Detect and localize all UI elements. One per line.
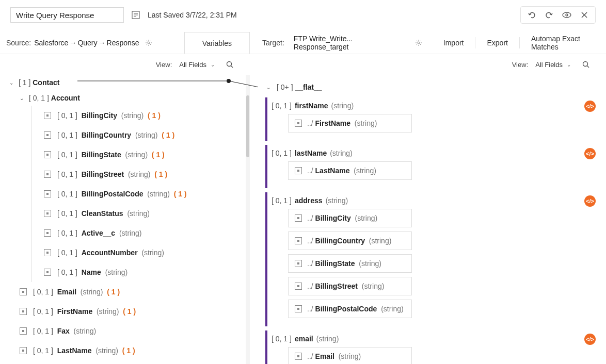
mapping-box[interactable]: ../ LastName (string) — [288, 161, 412, 180]
svg-line-13 — [587, 66, 589, 68]
preview-button[interactable] — [559, 8, 575, 22]
title-input[interactable] — [10, 7, 124, 23]
mapping-box[interactable]: ../ BillingStreet (string) — [288, 277, 412, 295]
automap-link[interactable]: Automap Exact Matches — [519, 37, 606, 48]
action-links: Import Export Automap Exact Matches — [432, 37, 606, 48]
script-icon[interactable]: </> — [584, 195, 596, 207]
field-icon — [20, 347, 27, 354]
source-field[interactable]: [ 0, 1 ] BillingState (string) ( 1 ) — [43, 145, 250, 164]
collapse-icon[interactable]: ⌄ — [8, 79, 14, 86]
redo-button[interactable] — [541, 8, 557, 22]
source-field[interactable]: [ 0, 1 ] Active__c (string) — [43, 223, 250, 243]
field-icon — [44, 190, 51, 197]
svg-point-10 — [227, 62, 232, 67]
import-link[interactable]: Import — [432, 37, 475, 48]
svg-point-4 — [563, 12, 571, 18]
mapping-box[interactable]: ../ BillingState (string) — [288, 254, 412, 273]
source-field[interactable]: [ 0, 1 ] Fax (string) — [19, 321, 250, 341]
target-field-header[interactable]: [ 0, 1 ] lastName (string) — [272, 149, 606, 157]
source-view-select[interactable]: All Fields⌄ — [179, 61, 215, 69]
field-icon — [44, 151, 51, 158]
svg-point-9 — [418, 42, 420, 44]
source-label: Source: — [6, 39, 31, 47]
field-icon — [295, 260, 302, 267]
undo-button[interactable] — [524, 8, 539, 22]
collapse-icon[interactable]: ⌄ — [19, 95, 25, 101]
source-field[interactable]: [ 0, 1 ] AccountNumber (string) — [43, 243, 250, 262]
tab-variables[interactable]: Variables — [184, 32, 250, 54]
tree-node-contact[interactable]: ⌄ [ 1 ] Contact — [8, 75, 250, 90]
source-header: Source: Salesforce→Query→Response Variab… — [0, 32, 250, 54]
header-bar: Last Saved 3/7/22, 2:31 PM — [0, 0, 606, 32]
target-field-header[interactable]: [ 0, 1 ] email (string) — [272, 335, 606, 343]
target-header: Target: FTP Write_Write... Response_targ… — [250, 32, 606, 54]
source-path: Salesforce→Query→Response — [34, 39, 139, 47]
target-group: [ 0, 1 ] lastName (string)</>../ LastNam… — [265, 145, 606, 188]
target-group: [ 0, 1 ] email (string)</>../ Email (str… — [265, 330, 606, 364]
svg-line-11 — [231, 66, 233, 68]
export-link[interactable]: Export — [475, 37, 519, 48]
view-label: View: — [156, 61, 172, 69]
svg-point-12 — [583, 62, 588, 67]
mapping-box[interactable]: ../ BillingCountry (string) — [288, 231, 412, 250]
source-field[interactable]: [ 0, 1 ] BillingCity (string) ( 1 ) — [43, 106, 250, 125]
field-icon — [44, 171, 51, 178]
source-field[interactable]: [ 0, 1 ] BillingPostalCode (string) ( 1 … — [43, 184, 250, 204]
field-icon — [295, 283, 302, 290]
script-icon[interactable]: </> — [584, 148, 596, 159]
last-saved-text: Last Saved 3/7/22, 2:31 PM — [148, 11, 237, 19]
tree-node-account[interactable]: ⌄ [ 0, 1 ] Account — [19, 90, 250, 106]
source-field[interactable]: [ 0, 1 ] BillingStreet (string) ( 1 ) — [43, 164, 250, 184]
mapping-columns: ⌄ [ 1 ] Contact ⌄ [ 0, 1 ] Account [ 0, … — [0, 75, 606, 364]
target-path: FTP Write_Write... Response_target — [294, 35, 401, 51]
gear-icon[interactable] — [145, 39, 153, 47]
subheader: Source: Salesforce→Query→Response Variab… — [0, 32, 606, 54]
source-field[interactable]: [ 0, 1 ] Email (string) ( 1 ) — [19, 282, 250, 302]
source-field[interactable]: [ 0, 1 ] FirstName (string) ( 1 ) — [19, 302, 250, 321]
view-label: View: — [512, 61, 529, 69]
field-icon — [44, 131, 51, 139]
field-icon — [295, 167, 302, 174]
field-icon — [295, 214, 302, 222]
field-icon — [295, 120, 302, 127]
target-tree-column: ⌄ [ 0+ ] __flat__ [ 0, 1 ] firstName (st… — [250, 75, 606, 364]
source-filter-row: View: All Fields⌄ — [0, 54, 250, 75]
field-icon — [20, 327, 27, 335]
field-icon — [20, 288, 27, 295]
field-icon — [44, 210, 51, 217]
scrollbar[interactable] — [246, 75, 250, 364]
source-tree-column: ⌄ [ 1 ] Contact ⌄ [ 0, 1 ] Account [ 0, … — [0, 75, 250, 364]
field-icon — [295, 237, 302, 244]
target-view-select[interactable]: All Fields⌄ — [535, 61, 571, 69]
source-field[interactable]: [ 0, 1 ] CleanStatus (string) — [43, 204, 250, 223]
source-field[interactable]: [ 0, 1 ] LastName (string) ( 1 ) — [19, 341, 250, 360]
collapse-icon[interactable]: ⌄ — [265, 84, 272, 90]
field-icon — [20, 308, 27, 315]
svg-point-8 — [148, 42, 150, 44]
notes-icon[interactable] — [131, 10, 140, 20]
source-field[interactable]: [ 0, 1 ] BillingCountry (string) ( 1 ) — [43, 125, 250, 145]
field-icon — [44, 229, 51, 237]
search-icon[interactable] — [225, 60, 234, 69]
source-field[interactable]: [ 0, 1 ] Name (string) — [43, 262, 250, 282]
close-button[interactable] — [577, 8, 592, 22]
field-icon — [295, 305, 302, 312]
tree-node-flat[interactable]: ⌄ [ 0+ ] __flat__ — [265, 80, 606, 94]
target-filter-row: View: All Fields⌄ — [250, 54, 606, 75]
target-group: [ 0, 1 ] firstName (string)</>../ FirstN… — [265, 97, 606, 141]
search-icon[interactable] — [581, 60, 591, 69]
target-group: [ 0, 1 ] address (string)</>../ BillingC… — [265, 192, 606, 326]
mapping-box[interactable]: ../ Email (string) — [288, 347, 412, 364]
field-icon — [44, 249, 51, 256]
mapping-box[interactable]: ../ BillingPostalCode (string) — [288, 300, 412, 318]
mapping-box[interactable]: ../ FirstName (string) — [288, 114, 412, 133]
field-icon — [44, 112, 51, 119]
header-actions — [520, 6, 596, 24]
gear-icon[interactable] — [415, 39, 423, 47]
target-field-header[interactable]: [ 0, 1 ] address (string) — [272, 196, 606, 205]
target-field-header[interactable]: [ 0, 1 ] firstName (string) — [272, 102, 606, 110]
mapping-box[interactable]: ../ BillingCity (string) — [288, 209, 412, 227]
script-icon[interactable]: </> — [584, 101, 596, 112]
script-icon[interactable]: </> — [584, 334, 596, 345]
field-icon — [295, 353, 302, 360]
